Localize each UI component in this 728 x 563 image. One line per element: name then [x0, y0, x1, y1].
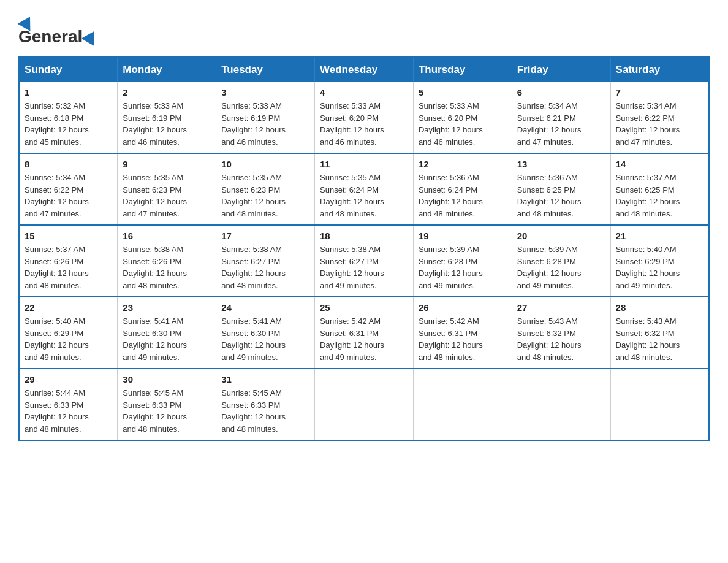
day-info: Sunrise: 5:35 AM Sunset: 6:23 PM Dayligh…: [221, 172, 309, 220]
logo: General: [18, 12, 99, 44]
calendar-cell: 22 Sunrise: 5:40 AM Sunset: 6:29 PM Dayl…: [19, 297, 118, 369]
calendar-cell: 25 Sunrise: 5:42 AM Sunset: 6:31 PM Dayl…: [315, 297, 414, 369]
day-number: 21: [616, 231, 703, 241]
day-number: 18: [320, 231, 408, 241]
day-info: Sunrise: 5:45 AM Sunset: 6:33 PM Dayligh…: [221, 387, 309, 435]
calendar-cell: 5 Sunrise: 5:33 AM Sunset: 6:20 PM Dayli…: [413, 82, 512, 153]
logo-triangle-icon2: [82, 28, 100, 45]
day-number: 22: [25, 302, 112, 313]
day-number: 15: [25, 231, 112, 241]
day-number: 1: [25, 87, 112, 98]
day-info: Sunrise: 5:34 AM Sunset: 6:21 PM Dayligh…: [517, 100, 605, 148]
calendar-cell: 24 Sunrise: 5:41 AM Sunset: 6:30 PM Dayl…: [216, 297, 315, 369]
calendar-cell: 27 Sunrise: 5:43 AM Sunset: 6:32 PM Dayl…: [512, 297, 610, 369]
day-info: Sunrise: 5:41 AM Sunset: 6:30 PM Dayligh…: [123, 315, 211, 363]
calendar-cell: 26 Sunrise: 5:42 AM Sunset: 6:31 PM Dayl…: [413, 297, 512, 369]
day-number: 12: [419, 159, 507, 169]
day-info: Sunrise: 5:37 AM Sunset: 6:26 PM Dayligh…: [25, 243, 112, 291]
calendar-cell: 9 Sunrise: 5:35 AM Sunset: 6:23 PM Dayli…: [118, 153, 216, 225]
day-number: 3: [221, 87, 309, 98]
day-number: 29: [25, 374, 112, 385]
calendar-cell: [315, 369, 414, 440]
col-header-monday: Monday: [118, 57, 216, 82]
day-info: Sunrise: 5:33 AM Sunset: 6:20 PM Dayligh…: [419, 100, 507, 148]
day-info: Sunrise: 5:42 AM Sunset: 6:31 PM Dayligh…: [320, 315, 408, 363]
calendar-cell: 20 Sunrise: 5:39 AM Sunset: 6:28 PM Dayl…: [512, 225, 610, 297]
day-number: 6: [517, 87, 605, 98]
day-info: Sunrise: 5:39 AM Sunset: 6:28 PM Dayligh…: [517, 243, 605, 291]
calendar-cell: 10 Sunrise: 5:35 AM Sunset: 6:23 PM Dayl…: [216, 153, 315, 225]
day-number: 24: [221, 302, 309, 313]
day-number: 13: [517, 159, 605, 169]
day-info: Sunrise: 5:34 AM Sunset: 6:22 PM Dayligh…: [616, 100, 703, 148]
calendar-cell: 19 Sunrise: 5:39 AM Sunset: 6:28 PM Dayl…: [413, 225, 512, 297]
calendar-cell: 12 Sunrise: 5:36 AM Sunset: 6:24 PM Dayl…: [413, 153, 512, 225]
calendar-week-row: 15 Sunrise: 5:37 AM Sunset: 6:26 PM Dayl…: [19, 225, 709, 297]
calendar-cell: 1 Sunrise: 5:32 AM Sunset: 6:18 PM Dayli…: [19, 82, 118, 153]
calendar-cell: 18 Sunrise: 5:38 AM Sunset: 6:27 PM Dayl…: [315, 225, 414, 297]
col-header-wednesday: Wednesday: [315, 57, 414, 82]
calendar-header-row: SundayMondayTuesdayWednesdayThursdayFrid…: [19, 57, 709, 82]
day-info: Sunrise: 5:44 AM Sunset: 6:33 PM Dayligh…: [25, 387, 112, 435]
calendar-cell: [610, 369, 709, 440]
calendar-cell: 21 Sunrise: 5:40 AM Sunset: 6:29 PM Dayl…: [610, 225, 709, 297]
day-number: 25: [320, 302, 408, 313]
day-info: Sunrise: 5:37 AM Sunset: 6:25 PM Dayligh…: [616, 172, 703, 220]
calendar-cell: 2 Sunrise: 5:33 AM Sunset: 6:19 PM Dayli…: [118, 82, 216, 153]
day-info: Sunrise: 5:36 AM Sunset: 6:24 PM Dayligh…: [419, 172, 507, 220]
day-number: 30: [123, 374, 211, 385]
day-info: Sunrise: 5:41 AM Sunset: 6:30 PM Dayligh…: [221, 315, 309, 363]
day-info: Sunrise: 5:39 AM Sunset: 6:28 PM Dayligh…: [419, 243, 507, 291]
calendar-cell: [512, 369, 610, 440]
day-info: Sunrise: 5:36 AM Sunset: 6:25 PM Dayligh…: [517, 172, 605, 220]
day-info: Sunrise: 5:43 AM Sunset: 6:32 PM Dayligh…: [616, 315, 703, 363]
day-number: 9: [123, 159, 211, 169]
day-number: 23: [123, 302, 211, 313]
calendar-cell: 31 Sunrise: 5:45 AM Sunset: 6:33 PM Dayl…: [216, 369, 315, 440]
day-info: Sunrise: 5:40 AM Sunset: 6:29 PM Dayligh…: [25, 315, 112, 363]
day-number: 14: [616, 159, 703, 169]
day-info: Sunrise: 5:38 AM Sunset: 6:26 PM Dayligh…: [123, 243, 211, 291]
day-number: 8: [25, 159, 112, 169]
calendar-cell: 30 Sunrise: 5:45 AM Sunset: 6:33 PM Dayl…: [118, 369, 216, 440]
day-number: 17: [221, 231, 309, 241]
day-info: Sunrise: 5:32 AM Sunset: 6:18 PM Dayligh…: [25, 100, 112, 148]
col-header-friday: Friday: [512, 57, 610, 82]
calendar-cell: 15 Sunrise: 5:37 AM Sunset: 6:26 PM Dayl…: [19, 225, 118, 297]
calendar-cell: 28 Sunrise: 5:43 AM Sunset: 6:32 PM Dayl…: [610, 297, 709, 369]
col-header-tuesday: Tuesday: [216, 57, 315, 82]
day-info: Sunrise: 5:33 AM Sunset: 6:19 PM Dayligh…: [123, 100, 211, 148]
day-info: Sunrise: 5:45 AM Sunset: 6:33 PM Dayligh…: [123, 387, 211, 435]
day-info: Sunrise: 5:40 AM Sunset: 6:29 PM Dayligh…: [616, 243, 703, 291]
calendar-week-row: 29 Sunrise: 5:44 AM Sunset: 6:33 PM Dayl…: [19, 369, 709, 440]
day-number: 2: [123, 87, 211, 98]
day-number: 10: [221, 159, 309, 169]
day-info: Sunrise: 5:34 AM Sunset: 6:22 PM Dayligh…: [25, 172, 112, 220]
day-number: 20: [517, 231, 605, 241]
calendar-cell: 11 Sunrise: 5:35 AM Sunset: 6:24 PM Dayl…: [315, 153, 414, 225]
day-info: Sunrise: 5:43 AM Sunset: 6:32 PM Dayligh…: [517, 315, 605, 363]
col-header-thursday: Thursday: [413, 57, 512, 82]
calendar-cell: 23 Sunrise: 5:41 AM Sunset: 6:30 PM Dayl…: [118, 297, 216, 369]
day-number: 31: [221, 374, 309, 385]
col-header-saturday: Saturday: [610, 57, 709, 82]
day-number: 26: [419, 302, 507, 313]
day-number: 7: [616, 87, 703, 98]
day-info: Sunrise: 5:33 AM Sunset: 6:20 PM Dayligh…: [320, 100, 408, 148]
calendar-week-row: 1 Sunrise: 5:32 AM Sunset: 6:18 PM Dayli…: [19, 82, 709, 153]
calendar-cell: 4 Sunrise: 5:33 AM Sunset: 6:20 PM Dayli…: [315, 82, 414, 153]
calendar-week-row: 22 Sunrise: 5:40 AM Sunset: 6:29 PM Dayl…: [19, 297, 709, 369]
page-header: General: [18, 12, 710, 44]
col-header-sunday: Sunday: [19, 57, 118, 82]
day-number: 19: [419, 231, 507, 241]
calendar-cell: 8 Sunrise: 5:34 AM Sunset: 6:22 PM Dayli…: [19, 153, 118, 225]
calendar-cell: 16 Sunrise: 5:38 AM Sunset: 6:26 PM Dayl…: [118, 225, 216, 297]
day-info: Sunrise: 5:35 AM Sunset: 6:24 PM Dayligh…: [320, 172, 408, 220]
day-number: 4: [320, 87, 408, 98]
calendar-table: SundayMondayTuesdayWednesdayThursdayFrid…: [18, 56, 710, 441]
calendar-cell: 3 Sunrise: 5:33 AM Sunset: 6:19 PM Dayli…: [216, 82, 315, 153]
calendar-cell: 6 Sunrise: 5:34 AM Sunset: 6:21 PM Dayli…: [512, 82, 610, 153]
day-info: Sunrise: 5:42 AM Sunset: 6:31 PM Dayligh…: [419, 315, 507, 363]
calendar-cell: 13 Sunrise: 5:36 AM Sunset: 6:25 PM Dayl…: [512, 153, 610, 225]
day-number: 27: [517, 302, 605, 313]
